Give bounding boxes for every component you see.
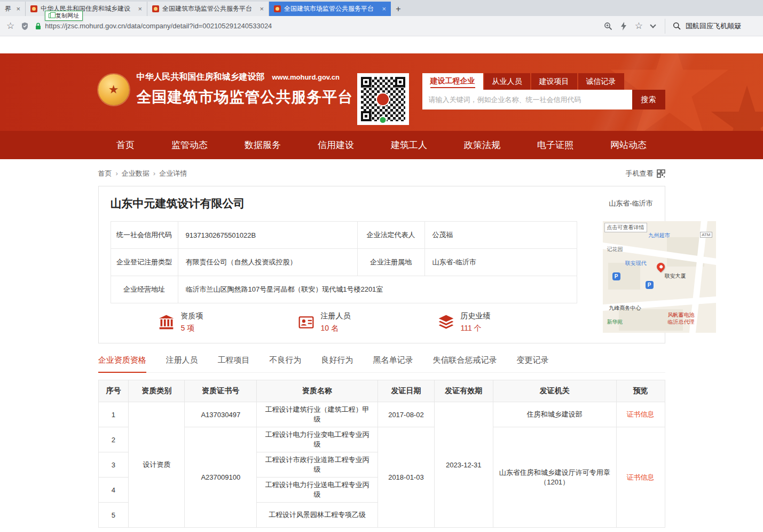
cell-cert-no: A137030497 xyxy=(185,402,257,427)
breadcrumb-company-data[interactable]: 企业数据 xyxy=(122,169,159,178)
copy-url-label: 复制网址 xyxy=(56,12,79,20)
tab-good-behavior[interactable]: 良好行为 xyxy=(321,355,353,372)
cell-authority: 山东省住房和城乡建设厅许可专用章（1201） xyxy=(493,427,616,528)
copy-url-tooltip[interactable]: 复制网址 xyxy=(45,11,83,21)
nav-item-supervision[interactable]: 监管动态 xyxy=(171,139,208,151)
nav-item-credit[interactable]: 信用建设 xyxy=(318,139,354,151)
info-value-address: 临沂市兰山区陶然路107号星河晶都（联安）现代城1号楼2201室 xyxy=(178,276,577,303)
flash-icon[interactable] xyxy=(620,22,627,30)
company-region: 山东省-临沂市 xyxy=(609,199,652,208)
shield-icon[interactable] xyxy=(21,22,29,30)
search-tab-credit[interactable]: 诚信记录 xyxy=(578,73,624,90)
stat-historical-performance[interactable]: 历史业绩 111 个 xyxy=(437,311,577,333)
table-header-row: 序号 资质类别 资质证书号 资质名称 发证日期 发证有效期 发证机关 预览 xyxy=(98,380,665,402)
table-row: 1 设计资质 A137030497 工程设计建筑行业（建筑工程）甲级 2017-… xyxy=(98,402,665,427)
copy-icon xyxy=(49,13,53,18)
map-label-battery-2: 临沂总代理 xyxy=(668,319,695,326)
tab-title: 界 xyxy=(5,4,13,13)
certificate-link[interactable]: 证书信息 xyxy=(627,473,655,481)
col-header: 资质证书号 xyxy=(185,380,257,402)
close-icon[interactable]: × xyxy=(259,5,264,13)
close-icon[interactable]: × xyxy=(138,5,142,13)
tab-dishonesty[interactable]: 失信联合惩戒记录 xyxy=(433,355,497,372)
certificate-link[interactable]: 证书信息 xyxy=(627,410,655,418)
url-text: https://jzsc.mohurd.gov.cn/data/company/… xyxy=(45,22,272,30)
stat-registered-personnel[interactable]: 注册人员 10 名 xyxy=(297,311,437,333)
tab-title: 全国建筑市场监管公共服务平台 xyxy=(162,4,256,13)
emblem-star-icon: ★ xyxy=(108,84,119,96)
gov-favicon-icon xyxy=(152,5,159,12)
map-label-atm: ATM xyxy=(700,232,712,238)
ministry-name: 中华人民共和国住房和城乡建设部 xyxy=(137,72,265,83)
cell-preview: 证书信息 xyxy=(616,427,665,528)
cell-preview: 证书信息 xyxy=(616,402,665,427)
toolbar-search-query: 国航回应飞机颠簸 xyxy=(686,21,741,31)
qr-small-icon xyxy=(657,169,665,178)
browser-tab-partial[interactable]: 界 × xyxy=(0,2,26,16)
tab-change-records[interactable]: 变更记录 xyxy=(517,355,549,372)
cell-no: 5 xyxy=(98,503,129,528)
cell-name: 工程设计建筑行业（建筑工程）甲级 xyxy=(257,402,378,427)
search-tab-project[interactable]: 建设项目 xyxy=(531,73,577,90)
map-label-xinhuayuan: 新华苑 xyxy=(607,318,623,326)
browser-tab-active[interactable]: 全国建筑市场监管公共服务平台 × xyxy=(269,2,391,16)
breadcrumb-home[interactable]: 首页 xyxy=(98,169,122,178)
search-category-tabs: 建设工程企业 从业人员 建设项目 诚信记录 xyxy=(422,73,665,90)
mobile-view-button[interactable]: 手机查看 xyxy=(626,169,665,178)
nav-item-workers[interactable]: 建筑工人 xyxy=(391,139,427,151)
address-bar[interactable]: https://jzsc.mohurd.gov.cn/data/company/… xyxy=(35,22,597,30)
browser-tab-jzsc[interactable]: 全国建筑市场监管公共服务平台 × xyxy=(147,2,269,16)
parking-icon: P xyxy=(612,272,620,280)
lock-icon xyxy=(35,22,41,30)
zoom-icon[interactable] xyxy=(604,22,612,30)
toolbar-extensions: ☆ xyxy=(604,21,655,30)
favorites-star-icon[interactable]: ☆ xyxy=(635,21,643,30)
info-value-legal-rep: 公茂福 xyxy=(424,222,577,249)
location-map[interactable]: 点击可查看详情 九州超市 ATM 记花园 联安现代 联安大厦 P P 九峰商务中… xyxy=(603,221,716,333)
company-stats: 资质项 5 项 注册人员 xyxy=(111,311,577,333)
col-header: 预览 xyxy=(616,380,665,402)
new-tab-button[interactable]: + xyxy=(391,2,406,16)
col-header: 资质名称 xyxy=(257,380,378,402)
qr-green-badge xyxy=(379,116,387,124)
info-value-credit-code: 91371302675501022B xyxy=(178,222,357,249)
qr-finder xyxy=(361,77,371,87)
tab-qualifications[interactable]: 企业资质资格 xyxy=(98,355,146,373)
close-icon[interactable]: × xyxy=(16,5,20,13)
tab-bad-behavior[interactable]: 不良行为 xyxy=(270,355,302,372)
nav-item-license[interactable]: 电子证照 xyxy=(537,139,573,151)
nav-item-data-service[interactable]: 数据服务 xyxy=(245,139,281,151)
tab-title: 全国建筑市场监管公共服务平台 xyxy=(284,4,379,13)
stat-qualifications[interactable]: 资质项 5 项 xyxy=(158,311,297,333)
col-header: 资质类别 xyxy=(129,380,185,402)
tab-projects[interactable]: 工程项目 xyxy=(218,355,250,372)
browser-tab-mohurd[interactable]: 中华人民共和国住房和城乡建设 × xyxy=(26,2,147,16)
bookmark-star-icon[interactable]: ☆ xyxy=(6,21,14,30)
national-emblem-icon: ★ xyxy=(98,74,129,105)
info-label: 统一社会信用代码 xyxy=(111,222,178,249)
nav-item-policy[interactable]: 政策法规 xyxy=(464,139,500,151)
cell-issue-date: 2017-08-02 xyxy=(377,402,434,427)
search-button[interactable]: 搜索 xyxy=(632,90,665,109)
chevron-down-icon[interactable] xyxy=(650,22,656,28)
search-tab-enterprise[interactable]: 建设工程企业 xyxy=(422,73,483,90)
nav-item-site-news[interactable]: 网站动态 xyxy=(610,139,647,151)
company-detail-tabs: 企业资质资格 注册人员 工程项目 不良行为 良好行为 黑名单记录 失信联合惩戒记… xyxy=(98,355,665,373)
nav-item-home[interactable]: 首页 xyxy=(116,139,135,151)
keyword-search-input[interactable] xyxy=(422,90,632,109)
search-tab-personnel[interactable]: 从业人员 xyxy=(484,73,530,90)
cell-no: 2 xyxy=(98,427,129,452)
tab-blacklist[interactable]: 黑名单记录 xyxy=(373,355,413,372)
breadcrumb-row: 首页 企业数据 企业详情 手机查看 xyxy=(98,169,665,178)
close-icon[interactable]: × xyxy=(382,5,386,13)
qr-finder xyxy=(361,111,371,121)
toolbar-search-box[interactable]: 国航回应飞机颠簸 xyxy=(665,19,757,34)
browser-toolbar: ☆ https://jzsc.mohurd.gov.cn/data/compan… xyxy=(0,16,763,36)
mobile-view-label: 手机查看 xyxy=(626,169,654,178)
col-header: 发证日期 xyxy=(377,380,434,402)
cell-validity: 2023-12-31 xyxy=(434,402,493,528)
cell-authority: 住房和城乡建设部 xyxy=(493,402,616,427)
cell-no: 4 xyxy=(98,478,129,503)
map-label-lianan-tower: 联安大厦 xyxy=(665,272,686,280)
tab-registered-personnel[interactable]: 注册人员 xyxy=(166,355,198,372)
